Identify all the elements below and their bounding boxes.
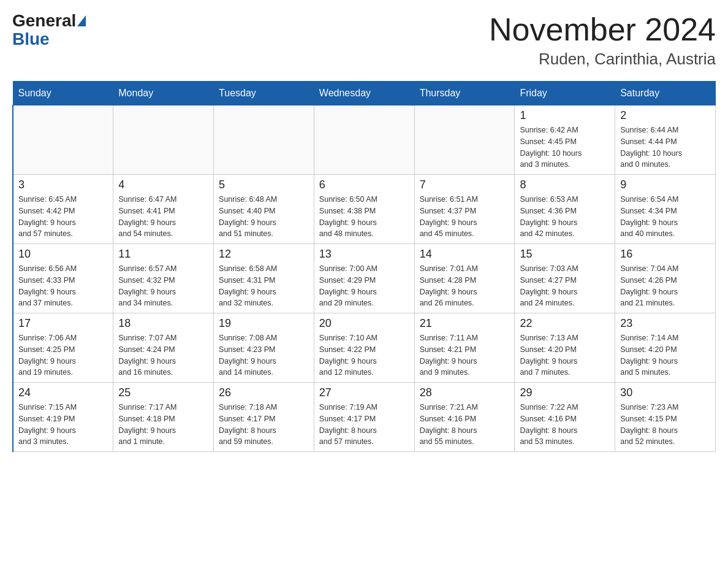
calendar-cell: 25Sunrise: 7:17 AM Sunset: 4:18 PM Dayli…	[113, 383, 214, 452]
day-number: 13	[319, 248, 409, 261]
logo-general-text: General	[12, 12, 87, 29]
calendar-cell: 4Sunrise: 6:47 AM Sunset: 4:41 PM Daylig…	[113, 175, 214, 244]
calendar-cell: 10Sunrise: 6:56 AM Sunset: 4:33 PM Dayli…	[13, 244, 113, 313]
day-info: Sunrise: 7:10 AM Sunset: 4:22 PM Dayligh…	[319, 332, 409, 378]
logo-blue-text: Blue	[12, 29, 50, 49]
day-number: 18	[118, 317, 208, 330]
day-info: Sunrise: 6:57 AM Sunset: 4:32 PM Dayligh…	[118, 263, 208, 309]
day-number: 3	[18, 178, 108, 191]
header-wednesday: Wednesday	[314, 82, 414, 105]
calendar-table: Sunday Monday Tuesday Wednesday Thursday…	[12, 81, 716, 452]
day-number: 25	[118, 386, 208, 399]
calendar-cell: 17Sunrise: 7:06 AM Sunset: 4:25 PM Dayli…	[13, 313, 113, 383]
day-number: 26	[219, 386, 309, 399]
day-number: 16	[620, 248, 710, 261]
day-info: Sunrise: 6:42 AM Sunset: 4:45 PM Dayligh…	[520, 124, 610, 170]
day-info: Sunrise: 6:45 AM Sunset: 4:42 PM Dayligh…	[18, 194, 108, 240]
day-info: Sunrise: 7:00 AM Sunset: 4:29 PM Dayligh…	[319, 263, 409, 309]
day-info: Sunrise: 7:15 AM Sunset: 4:19 PM Dayligh…	[18, 402, 108, 448]
calendar-cell: 3Sunrise: 6:45 AM Sunset: 4:42 PM Daylig…	[13, 175, 113, 244]
calendar-cell: 9Sunrise: 6:54 AM Sunset: 4:34 PM Daylig…	[615, 175, 716, 244]
day-info: Sunrise: 6:51 AM Sunset: 4:37 PM Dayligh…	[420, 194, 510, 240]
header-friday: Friday	[515, 82, 615, 105]
calendar-cell	[414, 105, 515, 175]
day-info: Sunrise: 6:48 AM Sunset: 4:40 PM Dayligh…	[219, 194, 309, 240]
calendar-cell: 16Sunrise: 7:04 AM Sunset: 4:26 PM Dayli…	[615, 244, 716, 313]
day-info: Sunrise: 7:18 AM Sunset: 4:17 PM Dayligh…	[219, 402, 309, 448]
day-number: 24	[18, 386, 108, 399]
calendar-cell: 11Sunrise: 6:57 AM Sunset: 4:32 PM Dayli…	[113, 244, 214, 313]
calendar-cell	[13, 105, 113, 175]
calendar-cell: 19Sunrise: 7:08 AM Sunset: 4:23 PM Dayli…	[214, 313, 314, 383]
day-info: Sunrise: 6:56 AM Sunset: 4:33 PM Dayligh…	[18, 263, 108, 309]
day-info: Sunrise: 7:08 AM Sunset: 4:23 PM Dayligh…	[219, 332, 309, 378]
day-number: 21	[420, 317, 510, 330]
calendar-cell: 30Sunrise: 7:23 AM Sunset: 4:15 PM Dayli…	[615, 383, 716, 452]
day-number: 17	[18, 317, 108, 330]
calendar-cell: 2Sunrise: 6:44 AM Sunset: 4:44 PM Daylig…	[615, 105, 716, 175]
title-area: November 2024 Ruden, Carinthia, Austria	[489, 12, 716, 69]
day-info: Sunrise: 7:22 AM Sunset: 4:16 PM Dayligh…	[520, 402, 610, 448]
calendar-cell: 26Sunrise: 7:18 AM Sunset: 4:17 PM Dayli…	[214, 383, 314, 452]
calendar-cell: 7Sunrise: 6:51 AM Sunset: 4:37 PM Daylig…	[414, 175, 515, 244]
day-number: 7	[420, 178, 510, 191]
day-number: 8	[520, 178, 610, 191]
day-number: 19	[219, 317, 309, 330]
calendar-cell: 14Sunrise: 7:01 AM Sunset: 4:28 PM Dayli…	[414, 244, 515, 313]
calendar-cell: 23Sunrise: 7:14 AM Sunset: 4:20 PM Dayli…	[615, 313, 716, 383]
calendar-cell: 12Sunrise: 6:58 AM Sunset: 4:31 PM Dayli…	[214, 244, 314, 313]
calendar-week-row: 10Sunrise: 6:56 AM Sunset: 4:33 PM Dayli…	[13, 244, 716, 313]
day-number: 29	[520, 386, 610, 399]
day-number: 6	[319, 178, 409, 191]
day-number: 23	[620, 317, 710, 330]
day-info: Sunrise: 7:07 AM Sunset: 4:24 PM Dayligh…	[118, 332, 208, 378]
day-info: Sunrise: 6:50 AM Sunset: 4:38 PM Dayligh…	[319, 194, 409, 240]
header-sunday: Sunday	[13, 82, 113, 105]
calendar-title: November 2024	[489, 12, 716, 47]
calendar-cell: 13Sunrise: 7:00 AM Sunset: 4:29 PM Dayli…	[314, 244, 414, 313]
day-info: Sunrise: 6:44 AM Sunset: 4:44 PM Dayligh…	[620, 124, 710, 170]
calendar-week-row: 24Sunrise: 7:15 AM Sunset: 4:19 PM Dayli…	[13, 383, 716, 452]
day-info: Sunrise: 7:11 AM Sunset: 4:21 PM Dayligh…	[420, 332, 510, 378]
day-info: Sunrise: 7:13 AM Sunset: 4:20 PM Dayligh…	[520, 332, 610, 378]
day-number: 20	[319, 317, 409, 330]
calendar-cell	[113, 105, 214, 175]
day-number: 5	[219, 178, 309, 191]
day-info: Sunrise: 7:01 AM Sunset: 4:28 PM Dayligh…	[420, 263, 510, 309]
day-number: 11	[118, 248, 208, 261]
header-saturday: Saturday	[615, 82, 716, 105]
calendar-header-row: Sunday Monday Tuesday Wednesday Thursday…	[13, 82, 716, 105]
day-info: Sunrise: 6:54 AM Sunset: 4:34 PM Dayligh…	[620, 194, 710, 240]
calendar-week-row: 17Sunrise: 7:06 AM Sunset: 4:25 PM Dayli…	[13, 313, 716, 383]
day-number: 4	[118, 178, 208, 191]
calendar-cell: 5Sunrise: 6:48 AM Sunset: 4:40 PM Daylig…	[214, 175, 314, 244]
calendar-cell: 6Sunrise: 6:50 AM Sunset: 4:38 PM Daylig…	[314, 175, 414, 244]
calendar-cell: 21Sunrise: 7:11 AM Sunset: 4:21 PM Dayli…	[414, 313, 515, 383]
day-number: 27	[319, 386, 409, 399]
logo: General Blue	[12, 12, 87, 49]
logo-triangle-icon	[77, 15, 86, 26]
header-tuesday: Tuesday	[214, 82, 314, 105]
day-info: Sunrise: 6:58 AM Sunset: 4:31 PM Dayligh…	[219, 263, 309, 309]
calendar-cell: 22Sunrise: 7:13 AM Sunset: 4:20 PM Dayli…	[515, 313, 615, 383]
header: General Blue November 2024 Ruden, Carint…	[12, 12, 716, 69]
day-number: 2	[620, 109, 710, 122]
calendar-cell	[314, 105, 414, 175]
calendar-cell: 28Sunrise: 7:21 AM Sunset: 4:16 PM Dayli…	[414, 383, 515, 452]
calendar-cell: 1Sunrise: 6:42 AM Sunset: 4:45 PM Daylig…	[515, 105, 615, 175]
calendar-week-row: 1Sunrise: 6:42 AM Sunset: 4:45 PM Daylig…	[13, 105, 716, 175]
calendar-cell: 8Sunrise: 6:53 AM Sunset: 4:36 PM Daylig…	[515, 175, 615, 244]
calendar-cell: 29Sunrise: 7:22 AM Sunset: 4:16 PM Dayli…	[515, 383, 615, 452]
day-number: 1	[520, 109, 610, 122]
day-info: Sunrise: 7:21 AM Sunset: 4:16 PM Dayligh…	[420, 402, 510, 448]
calendar-cell: 18Sunrise: 7:07 AM Sunset: 4:24 PM Dayli…	[113, 313, 214, 383]
calendar-cell: 27Sunrise: 7:19 AM Sunset: 4:17 PM Dayli…	[314, 383, 414, 452]
day-number: 15	[520, 248, 610, 261]
calendar-cell: 24Sunrise: 7:15 AM Sunset: 4:19 PM Dayli…	[13, 383, 113, 452]
calendar-week-row: 3Sunrise: 6:45 AM Sunset: 4:42 PM Daylig…	[13, 175, 716, 244]
header-thursday: Thursday	[414, 82, 515, 105]
day-number: 22	[520, 317, 610, 330]
day-info: Sunrise: 6:47 AM Sunset: 4:41 PM Dayligh…	[118, 194, 208, 240]
day-info: Sunrise: 7:06 AM Sunset: 4:25 PM Dayligh…	[18, 332, 108, 378]
day-number: 14	[420, 248, 510, 261]
